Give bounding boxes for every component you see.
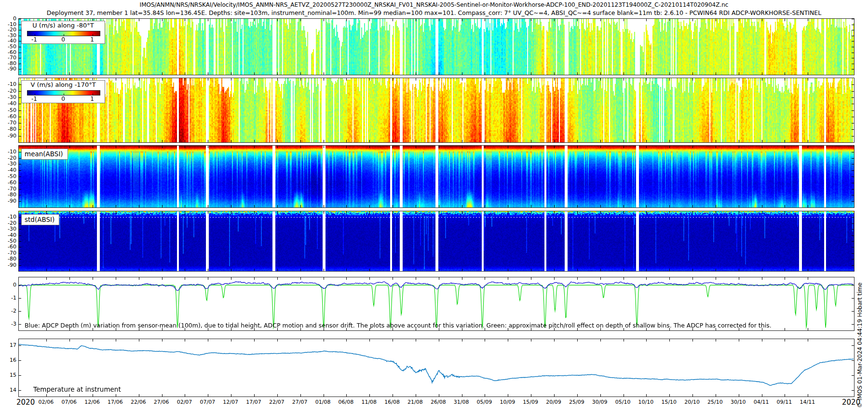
date-tick-label: 05/10 [615,399,631,405]
v-colorbar-gradient [27,90,100,96]
y-axis-tick-label: -90 [0,262,16,268]
date-tick-label: 11/08 [361,399,377,405]
mean-absi-label: mean(ABSI) [21,149,68,160]
mean-absi-heatmap [19,146,854,207]
y-axis-tick-label: -20 [0,220,16,226]
date-tick-label: 15/09 [523,399,538,405]
year-label-left: 2020 [16,398,35,407]
colorbar-tick-label: 0 [61,96,65,102]
date-tick-label: 22/06 [131,399,146,405]
y-axis-tick-label: -40 [0,167,16,173]
colorbar-tick-label: 1 [90,96,94,102]
colorbar-tick-label: -1 [31,96,37,102]
y-axis-tick-label: -40 [0,232,16,238]
date-tick-label: 12/07 [223,399,238,405]
u-velocity-panel: U (m/s) along -80°T -101 [18,18,854,75]
y-axis-tick-label: -80 [0,256,16,262]
y-axis-tick-label: -40 [0,101,16,107]
std-absi-heatmap [19,211,854,271]
date-tick-label: 06/08 [339,399,354,405]
date-tick-label: 25/10 [707,399,723,405]
y-axis-tick-label: 15 [0,372,16,378]
date-tick-label: 16/08 [384,399,400,405]
u-colorbar-legend: U (m/s) along -80°T -101 [21,21,105,44]
y-axis-tick-label: -10 [0,82,16,87]
date-tick-label: 20/09 [546,399,561,405]
y-axis-tick-label: -60 [0,114,16,120]
mean-absi-panel: mean(ABSI) [18,145,854,208]
y-axis-tick-label: -1 [0,295,16,301]
figure-subtitle-deployment-info: Deployment 37, member 1 lat=35.84S lon=1… [0,9,868,16]
y-axis-tick-label: -90 [0,66,16,72]
date-tick-label: 20/10 [684,399,700,405]
y-axis-tick-label: 14 [0,387,16,393]
std-absi-label: std(ABSI) [21,214,59,225]
y-axis-tick-label: -30 [0,95,16,100]
date-tick-label: 30/09 [592,399,608,405]
v-colorbar-title: V (m/s) along -170°T [22,81,105,88]
temperature-label: Temperature at instrument [33,385,121,393]
temperature-line-plot [19,339,854,396]
date-tick-label: 26/08 [431,399,446,405]
date-tick-label: 17/06 [108,399,123,405]
y-axis-tick-label: -10 [0,149,16,155]
y-axis-tick-label: -90 [0,198,16,204]
date-tick-label: 10/10 [638,399,654,405]
v-velocity-panel: V (m/s) along -170°T -101 [18,78,854,143]
date-tick-label: 25/09 [569,399,584,405]
date-tick-label: 10/09 [500,399,515,405]
y-axis-tick-label: -70 [0,186,16,192]
colorbar-tick-label: -1 [31,36,37,43]
colorbar-tick-label: 0 [61,36,65,43]
v-colorbar-legend: V (m/s) along -170°T -101 [21,80,105,103]
date-tick-label: 02/06 [39,399,54,405]
date-tick-label: 02/07 [177,399,192,405]
u-velocity-heatmap [19,19,854,75]
depth-variation-annotation: Blue: ADCP Depth (m) variation from sens… [25,322,772,329]
y-axis-tick-label: 17 [0,342,16,348]
date-tick-label: 15/10 [661,399,677,405]
y-axis-tick-label: 0 [0,282,16,288]
date-tick-label: 30/10 [731,399,746,405]
date-tick-label: 04/11 [754,399,769,405]
y-axis-tick-label: -50 [0,108,16,113]
date-tick-label: 07/06 [61,399,77,405]
date-tick-label: 07/07 [200,399,215,405]
u-colorbar-tick-labels: -101 [27,36,99,43]
y-axis-tick-label: -60 [0,180,16,186]
date-tick-label: 27/06 [154,399,169,405]
imos-copyright-watermark: © IMOS 01-Mar-2024 04:44:19 Hobart time [856,283,863,408]
date-tick-label: 12/06 [84,399,100,405]
y-axis-tick-label: -50 [0,238,16,244]
y-axis-tick-label: -10 [0,214,16,220]
y-axis-tick-label: -70 [0,120,16,126]
depth-variation-panel: Blue: ADCP Depth (m) variation from sens… [18,277,854,331]
y-axis-tick-label: -30 [0,226,16,232]
date-tick-label: 17/07 [246,399,261,405]
date-tick-label: 22/07 [269,399,285,405]
y-axis-tick-label: -2 [0,308,16,314]
date-tick-label: 14/11 [800,399,815,405]
date-tick-label: 31/08 [454,399,469,405]
v-velocity-heatmap [19,78,854,142]
date-tick-label: 27/07 [292,399,308,405]
y-axis-tick-label: -70 [0,250,16,256]
y-axis-tick-label: -90 [0,133,16,139]
u-colorbar-title: U (m/s) along -80°T [22,22,105,29]
temperature-panel: Temperature at instrument [18,339,854,397]
date-tick-label: 21/08 [407,399,423,405]
adcp-velocity-figure: IMOS/ANMN/NRS/NRSKAI/Velocity/IMOS_ANMN-… [0,0,868,410]
date-tick-label: 09/11 [777,399,792,405]
date-tick-label: 01/08 [315,399,331,405]
y-axis-tick-label: -50 [0,174,16,179]
y-axis-tick-label: -20 [0,155,16,161]
colorbar-tick-label: 1 [90,36,94,43]
figure-title-filename: IMOS/ANMN/NRS/NRSKAI/Velocity/IMOS_ANMN-… [0,1,868,8]
y-axis-tick-label: -20 [0,88,16,94]
date-tick-label: 05/09 [477,399,492,405]
y-axis-tick-label: -3 [0,321,16,327]
u-colorbar-gradient [27,31,100,36]
y-axis-tick-label: -80 [0,192,16,198]
y-axis-tick-label: -60 [0,244,16,250]
y-axis-tick-label: -80 [0,126,16,132]
